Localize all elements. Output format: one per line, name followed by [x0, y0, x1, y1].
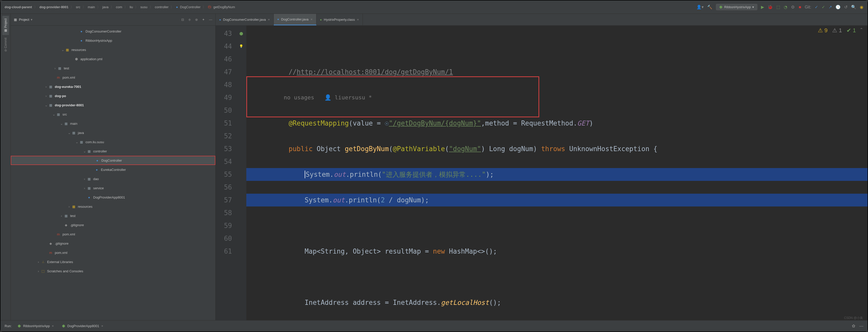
code-line-50[interactable]	[246, 219, 867, 232]
code-line-47[interactable]: public Object getDogByNum(@PathVariable(…	[246, 143, 867, 155]
tree-arrow[interactable]: ›	[44, 85, 48, 89]
close-icon[interactable]: ×	[357, 18, 359, 22]
expand-icon[interactable]: ≑	[188, 18, 191, 22]
tree-node-dogcontroller[interactable]: ●DogController	[11, 156, 215, 165]
git-commit-icon[interactable]: ✓	[822, 5, 825, 9]
bc-3[interactable]: main	[88, 5, 95, 9]
tree-node--gitignore[interactable]: ◆.gitignore	[11, 220, 215, 230]
editor-tab-hystrixproperty-class[interactable]: ●HystrixProperty.class×	[316, 14, 363, 25]
code-insight-45[interactable]: no usages 👤 liuersusu *	[246, 91, 867, 104]
git-rollback-icon[interactable]: ↺	[844, 5, 847, 9]
bc-0[interactable]: dog-cloud-parent	[5, 5, 32, 9]
tree-node-dog-eureka-7001[interactable]: ›▦dog-eureka-7001	[11, 82, 215, 91]
close-icon[interactable]: ×	[311, 18, 313, 21]
tree-node-com-liu-susu[interactable]: ⌄▦com.liu.susu	[11, 137, 215, 147]
ide-icon[interactable]: ◉	[860, 5, 863, 9]
tree-arrow[interactable]: ⌄	[67, 131, 71, 135]
bc-2[interactable]: src	[76, 5, 80, 9]
bc-5[interactable]: com	[116, 5, 122, 9]
tree-arrow[interactable]: ›	[59, 214, 63, 218]
code-line-51[interactable]: Map<String, Object> resultMap = new Hash…	[246, 245, 867, 258]
bc-1[interactable]: dog-provider-8001	[39, 5, 68, 9]
user-icon[interactable]: 👤▾	[696, 5, 704, 9]
tree-node-java[interactable]: ⌄▦java	[11, 128, 215, 137]
tree-node-dogconsumercontroller[interactable]: ●DogConsumerController	[11, 27, 215, 36]
debug-icon[interactable]: 🐞	[768, 5, 773, 9]
intention-bulb-icon[interactable]: 💡	[239, 44, 243, 48]
tree-arrow[interactable]: ›	[44, 94, 48, 98]
tree-arrow[interactable]: ›	[67, 205, 71, 209]
tree-node-resources[interactable]: ›▦resources	[11, 202, 215, 211]
hide-icon[interactable]: —	[859, 324, 863, 328]
tree-arrow[interactable]: ›	[36, 269, 40, 273]
code-line-49-sel[interactable]: System.out.println(2 / dogNum);	[246, 194, 867, 207]
code-area[interactable]: //http://localhost:8001/dog/getDogByNum/…	[246, 26, 867, 320]
code-line-44[interactable]: //http://localhost:8001/dog/getDogByNum/…	[246, 66, 867, 79]
tree-arrow[interactable]: ›	[83, 186, 87, 190]
tree-node-main[interactable]: ⌄▦main	[11, 119, 215, 128]
gear-icon[interactable]: ✦	[202, 18, 205, 22]
tree-arrow[interactable]: ⌄	[75, 140, 79, 144]
git-history-icon[interactable]: 🕓	[835, 5, 841, 9]
bc-9[interactable]: DogController	[180, 5, 200, 9]
coverage-icon[interactable]: ⬚	[776, 5, 780, 9]
tree-arrow[interactable]: ›	[53, 66, 57, 70]
tree-node-dao[interactable]: ›▦dao	[11, 174, 215, 183]
run-config-selector[interactable]: ⯃ RibbonHystrixApp ▾	[716, 4, 757, 10]
gutter-project-tab[interactable]: ▦ Project	[2, 16, 9, 35]
tree-node-pom-xml[interactable]: mpom.xml	[11, 230, 215, 239]
gutter-commit-tab[interactable]: ⊘ Commit	[2, 35, 9, 54]
tree-node-src[interactable]: ⌄▦src	[11, 110, 215, 119]
run-tab-0[interactable]: ⯃ RibbonHystrixApp ×	[16, 323, 56, 329]
tree-node-dogproviderapp8001[interactable]: ●DogProviderApp8001	[11, 193, 215, 202]
attach-icon[interactable]: ⯐	[791, 5, 795, 9]
code-line-43[interactable]	[246, 40, 867, 53]
tree-node-scratches-and-consoles[interactable]: ›⬚Scratches and Consoles	[11, 266, 215, 276]
tree-arrow[interactable]: ›	[36, 260, 40, 264]
tree-node-controller[interactable]: ⌄▦controller	[11, 147, 215, 156]
git-update-icon[interactable]: ✓	[815, 5, 818, 9]
tree-node--gitignore[interactable]: ◆.gitignore	[11, 239, 215, 248]
tree-node-service[interactable]: ›▦service	[11, 183, 215, 193]
gear-icon[interactable]: ✿	[852, 324, 855, 328]
code-line-52[interactable]	[246, 271, 867, 283]
gutter-run-icon[interactable]: ⬤	[239, 31, 243, 35]
tree-node-pom-xml[interactable]: mpom.xml	[11, 248, 215, 257]
search-icon[interactable]: 🔍	[851, 5, 856, 9]
tree-node-application-yml[interactable]: ⬢application.yml	[11, 54, 215, 63]
tree-arrow[interactable]: ⌄	[59, 122, 63, 125]
tree-arrow[interactable]: ⌄	[83, 149, 87, 153]
close-icon[interactable]: ×	[101, 324, 103, 328]
stop-icon[interactable]: ■	[799, 5, 801, 9]
tree-node-external-libraries[interactable]: ›⛬External Libraries	[11, 257, 215, 266]
tree-node-dog-po[interactable]: ›▦dog-po	[11, 91, 215, 100]
tree-node-eurekacontroller[interactable]: ●EurekaController	[11, 165, 215, 174]
collapse-icon[interactable]: ⊟	[181, 18, 184, 22]
bc-6[interactable]: liu	[130, 5, 133, 9]
run-icon[interactable]: ▶	[761, 5, 764, 9]
bc-4[interactable]: java	[102, 5, 108, 9]
tree-node-test[interactable]: ›▦test	[11, 63, 215, 73]
hammer-icon[interactable]: 🔨	[707, 5, 712, 9]
editor-tab-dogcontroller-java[interactable]: ●DogController.java×	[274, 14, 316, 25]
tree-arrow[interactable]: ⌄	[44, 103, 48, 107]
git-push-icon[interactable]: ↗	[829, 5, 832, 9]
close-icon[interactable]: ×	[268, 18, 270, 22]
tree-arrow[interactable]: ⌄	[61, 48, 65, 52]
run-tab-1[interactable]: ⯃ DogProviderApp8001 ×	[60, 323, 105, 329]
tree-arrow[interactable]: ⌄	[52, 113, 56, 116]
tree-arrow[interactable]: ›	[83, 177, 87, 181]
profile-icon[interactable]: ◔	[784, 5, 787, 9]
tree-node-pom-xml[interactable]: mpom.xml	[11, 73, 215, 82]
tree-node-dog-provider-8001[interactable]: ⌄▦dog-provider-8001	[11, 100, 215, 110]
hide-icon[interactable]: —	[209, 18, 212, 22]
bc-10[interactable]: getDogByNum	[213, 5, 235, 9]
code-line-53[interactable]: InetAddress address = InetAddress.getLoc…	[246, 296, 867, 309]
locate-icon[interactable]: ⊕	[195, 18, 198, 22]
project-tree[interactable]: ●DogConsumerController●RibbonHystrixApp⌄…	[11, 26, 215, 320]
bc-8[interactable]: controller	[155, 5, 168, 9]
code-line-46[interactable]: @RequestMapping(value = ☉"/getDogByNum/{…	[246, 117, 867, 130]
close-icon[interactable]: ×	[52, 324, 54, 328]
code-line-48-sel[interactable]: System.out.println("进入服务提供者，模拟异常....");	[246, 168, 867, 181]
tree-node-test[interactable]: ›▦test	[11, 211, 215, 220]
